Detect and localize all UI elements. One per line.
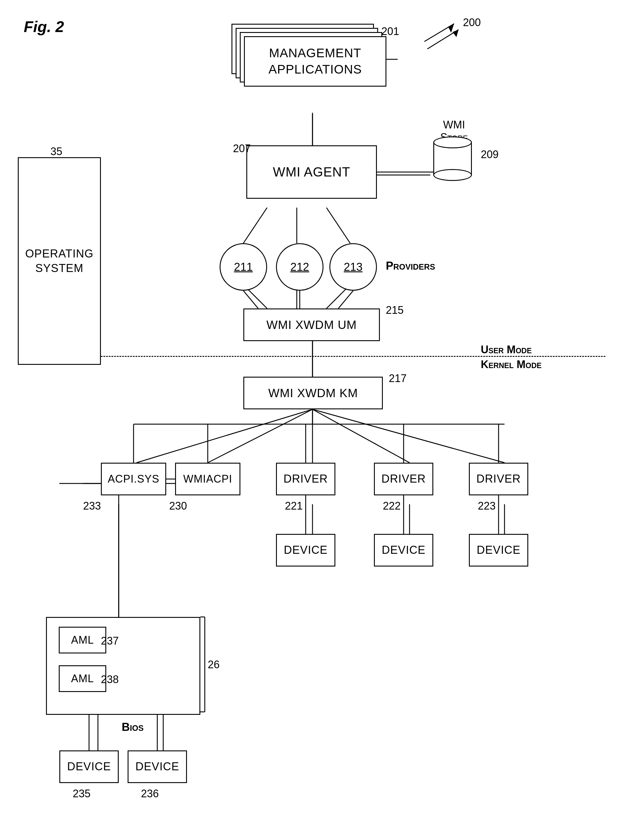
ref-238: 238 bbox=[101, 673, 119, 686]
svg-line-22 bbox=[424, 24, 454, 42]
bios-label: Bios bbox=[122, 721, 144, 733]
providers-label: Providers bbox=[386, 260, 435, 272]
ref-221: 221 bbox=[285, 500, 303, 512]
svg-line-10 bbox=[208, 409, 312, 463]
svg-line-12 bbox=[312, 409, 410, 463]
provider-211-circle: 211 bbox=[219, 243, 267, 291]
aml1-label: AML bbox=[71, 633, 94, 647]
driver-222-label: Driver bbox=[381, 472, 426, 486]
diagram: Fig. 2 200 Management Applications 201 W… bbox=[0, 0, 625, 840]
driver-223-box: Driver bbox=[469, 463, 528, 495]
provider-213-label: 213 bbox=[344, 261, 362, 273]
ref-26: 26 bbox=[208, 659, 219, 671]
figure-label: Fig. 2 bbox=[24, 18, 64, 36]
acpi-sys-label: ACPI.SYS bbox=[108, 472, 159, 486]
device-223-label: Device bbox=[477, 543, 520, 557]
svg-line-50 bbox=[428, 29, 459, 49]
ref-209: 209 bbox=[481, 148, 499, 161]
aml2-label: AML bbox=[71, 672, 94, 686]
wmi-agent-box: WMI Agent bbox=[246, 145, 377, 199]
ref-230: 230 bbox=[169, 500, 187, 512]
wmi-xwdm-km-box: WMI XWDM KM bbox=[243, 377, 383, 409]
device-222-box: Device bbox=[374, 534, 433, 567]
svg-marker-23 bbox=[448, 24, 454, 33]
svg-line-37 bbox=[338, 291, 353, 308]
wmi-xwdm-um-box: WMI XWDM UM bbox=[243, 308, 380, 341]
driver-221-box: Driver bbox=[276, 463, 335, 495]
kernel-mode-label: Kernel Mode bbox=[481, 358, 542, 371]
cyl-top bbox=[433, 136, 472, 148]
ref-237: 237 bbox=[101, 635, 119, 647]
device-235-box: Device bbox=[59, 750, 119, 783]
wmiacpi-box: WMIACPI bbox=[175, 463, 240, 495]
operating-system-label: Operating System bbox=[19, 246, 100, 276]
device-236-box: Device bbox=[127, 750, 187, 783]
device-221-label: Device bbox=[284, 543, 327, 557]
ref-215: 215 bbox=[386, 304, 404, 316]
cyl-bottom bbox=[433, 169, 472, 181]
device-221-box: Device bbox=[276, 534, 335, 567]
svg-line-13 bbox=[312, 409, 505, 463]
wmi-store-cylinder bbox=[433, 136, 472, 181]
ref-233: 233 bbox=[83, 500, 101, 512]
bios-outer-box: AML AML bbox=[46, 617, 200, 715]
wmi-xwdm-um-label: WMI XWDM UM bbox=[266, 317, 357, 333]
provider-211-label: 211 bbox=[234, 261, 253, 273]
management-apps-label: Management Applications bbox=[245, 45, 386, 77]
svg-line-35 bbox=[243, 291, 258, 308]
operating-system-box: Operating System bbox=[18, 157, 101, 365]
driver-222-box: Driver bbox=[374, 463, 433, 495]
provider-212-circle: 212 bbox=[276, 243, 323, 291]
aml1-box: AML bbox=[59, 627, 106, 653]
device-223-box: Device bbox=[469, 534, 528, 567]
ref-200: 200 bbox=[463, 16, 481, 29]
svg-line-4 bbox=[326, 208, 350, 243]
wmi-xwdm-km-label: WMI XWDM KM bbox=[268, 385, 358, 401]
ref-207: 207 bbox=[233, 143, 251, 155]
driver-221-label: Driver bbox=[283, 472, 328, 486]
ref-35: 35 bbox=[50, 145, 62, 158]
device-236-label: Device bbox=[135, 759, 179, 774]
driver-223-label: Driver bbox=[476, 472, 521, 486]
wmi-agent-label: WMI Agent bbox=[273, 163, 350, 180]
ref-222: 222 bbox=[383, 500, 401, 512]
svg-line-9 bbox=[137, 409, 312, 463]
acpi-sys-box: ACPI.SYS bbox=[101, 463, 166, 495]
ref-201: 201 bbox=[381, 25, 399, 38]
ref-236: 236 bbox=[141, 787, 159, 800]
aml2-box: AML bbox=[59, 665, 106, 692]
svg-marker-51 bbox=[452, 29, 459, 37]
device-235-label: Device bbox=[67, 759, 111, 774]
provider-212-label: 212 bbox=[290, 261, 309, 273]
ref-223: 223 bbox=[478, 500, 496, 512]
wmiacpi-label: WMIACPI bbox=[183, 472, 232, 486]
provider-213-circle: 213 bbox=[330, 243, 377, 291]
ref-235: 235 bbox=[73, 787, 90, 800]
ref-217: 217 bbox=[389, 372, 407, 385]
device-222-label: Device bbox=[382, 543, 425, 557]
mode-separator bbox=[18, 356, 605, 357]
svg-line-2 bbox=[243, 208, 267, 243]
user-mode-label: User Mode bbox=[481, 344, 532, 356]
